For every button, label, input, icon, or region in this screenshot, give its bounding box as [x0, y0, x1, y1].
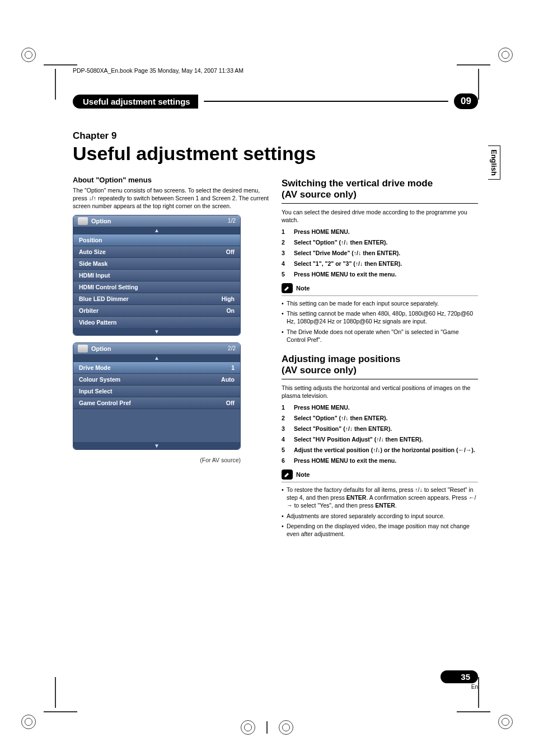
step-text: Adjust the vertical position (↑/↓) or th… [294, 447, 475, 453]
osd2-title: Option [91, 345, 111, 352]
step-number: 4 [282, 436, 288, 443]
osd-row-label: HDMI Input [79, 272, 110, 279]
step-number: 5 [282, 447, 288, 453]
step-item: 2Select "Option" (↑/↓ then ENTER). [282, 239, 478, 246]
step-text: Press HOME MENU to exit the menu. [294, 271, 396, 278]
osd-row-label: Drive Mode [79, 364, 111, 371]
step-number: 2 [282, 415, 288, 421]
step-text: Select "Option" (↑/↓ then ENTER). [294, 239, 387, 246]
section-a-steps: 1Press HOME MENU.2Select "Option" (↑/↓ t… [282, 228, 478, 278]
step-item: 5Press HOME MENU to exit the menu. [282, 271, 478, 278]
osd-row: HDMI Control Setting [73, 281, 240, 293]
osd-row-label: Colour System [79, 376, 120, 383]
left-column: About "Option" menus The "Option" menu c… [73, 176, 269, 540]
crop-mark-bottom-center [241, 720, 293, 735]
about-body: The "Option" menu consists of two screen… [73, 186, 269, 210]
note-heading: Note [282, 283, 478, 293]
section-b-notes: To restore the factory defaults for all … [282, 486, 478, 538]
osd-row-label: Game Control Pref [79, 400, 131, 406]
osd-row-label: Video Pattern [79, 319, 117, 326]
page-number: 35 [441, 670, 478, 683]
osd-scroll-down-icon: ▼ [73, 328, 240, 335]
section-a-intro: You can select the desired drive mode ac… [282, 208, 478, 224]
osd-row-label: Input Select [79, 388, 113, 395]
wrench-icon [78, 217, 88, 225]
step-item: 3Select "Position" (↑/↓ then ENTER). [282, 425, 478, 432]
osd-row-label: Side Mask [79, 260, 107, 267]
section-b-intro: This setting adjusts the horizontal and … [282, 384, 478, 400]
osd-row: Side Mask [73, 257, 240, 269]
step-number: 5 [282, 271, 288, 278]
header-rule [204, 101, 448, 102]
about-heading: About "Option" menus [73, 176, 269, 184]
step-number: 1 [282, 228, 288, 235]
step-item: 1Press HOME MENU. [282, 228, 478, 235]
osd-caption: (For AV source) [73, 457, 241, 463]
page-footer: 35 En [441, 670, 478, 690]
note-item: Depending on the displayed video, the im… [282, 522, 478, 538]
note-item: This setting cannot be made when 480i, 4… [282, 309, 478, 325]
note-item: To restore the factory defaults for all … [282, 486, 478, 510]
crop-mark-tr [479, 42, 513, 76]
right-column: Switching the vertical drive mode(AV sou… [282, 176, 478, 540]
step-item: 6Press HOME MENU to exit the menu. [282, 457, 478, 464]
osd-scroll-up-icon: ▲ [73, 227, 240, 234]
book-metadata-line: PDP-5080XA_En.book Page 35 Monday, May 1… [73, 67, 478, 74]
crop-mark-tl [21, 42, 55, 76]
osd-row: HDMI Input [73, 269, 240, 281]
step-item: 4Select "H/V Position Adjust" (↑/↓ then … [282, 436, 478, 443]
step-item: 2Select "Option" (↑/↓ then ENTER). [282, 415, 478, 421]
osd-row-value: Off [226, 400, 235, 406]
note-item: Adjustments are stored separately accord… [282, 512, 478, 520]
page-title: Useful adjustment settings [73, 143, 478, 165]
osd-row: Auto SizeOff [73, 246, 240, 257]
section-b-steps: 1Press HOME MENU.2Select "Option" (↑/↓ t… [282, 404, 478, 464]
step-number: 4 [282, 260, 288, 267]
step-text: Press HOME MENU. [294, 228, 350, 235]
crop-mark-br [479, 701, 513, 735]
note-item: This setting can be made for each input … [282, 299, 478, 307]
osd-row-label: Orbiter [79, 307, 99, 314]
step-text: Select "H/V Position Adjust" (↑/↓ then E… [294, 436, 423, 443]
osd-row: Drive Mode1 [73, 361, 240, 373]
osd-row-label: Blue LED Dimmer [79, 295, 129, 302]
header-title: Useful adjustment settings [73, 95, 198, 109]
note-heading: Note [282, 469, 478, 480]
osd-row: Blue LED DimmerHigh [73, 293, 240, 304]
step-number: 3 [282, 425, 288, 432]
pencil-icon [282, 283, 293, 293]
step-number: 3 [282, 250, 288, 256]
section-b-title: Adjusting image positions(AV source only… [282, 354, 478, 379]
osd-menu-screen2: Option 2/2 ▲ Drive Mode1Colour SystemAut… [73, 342, 241, 450]
osd-row-value: Off [226, 248, 235, 255]
osd-row-label: Auto Size [79, 248, 106, 255]
step-text: Select "Position" (↑/↓ then ENTER). [294, 425, 392, 432]
osd-row-label: HDMI Control Setting [79, 284, 138, 290]
osd1-page-indicator: 1/2 [228, 218, 236, 224]
step-text: Press HOME MENU to exit the menu. [294, 457, 396, 464]
osd-row: Input Select [73, 385, 240, 397]
chapter-number-badge: 09 [454, 93, 478, 109]
step-number: 1 [282, 404, 288, 411]
step-item: 3Select "Drive Mode" (↑/↓ then ENTER). [282, 250, 478, 256]
page-content: PDP-5080XA_En.book Page 35 Monday, May 1… [73, 67, 478, 689]
step-number: 2 [282, 239, 288, 246]
step-item: 5Adjust the vertical position (↑/↓) or t… [282, 447, 478, 453]
language-tab: English [488, 145, 500, 180]
section-header: Useful adjustment settings 09 [73, 93, 478, 109]
chapter-label: Chapter 9 [73, 130, 478, 142]
step-text: Select "1", "2" or "3" (↑/↓ then ENTER). [294, 260, 402, 267]
step-number: 6 [282, 457, 288, 464]
step-text: Select "Option" (↑/↓ then ENTER). [294, 415, 387, 421]
pencil-icon [282, 469, 293, 480]
osd-row: Position [73, 234, 240, 246]
osd-row: Game Control PrefOff [73, 397, 240, 408]
wrench-icon [78, 345, 88, 353]
osd-row-value: On [226, 307, 235, 314]
osd-menu-screen1: Option 1/2 ▲ PositionAuto SizeOffSide Ma… [73, 215, 241, 336]
crop-mark-bl [21, 701, 55, 735]
step-item: 4Select "1", "2" or "3" (↑/↓ then ENTER)… [282, 260, 478, 267]
osd-scroll-down-icon: ▼ [73, 442, 240, 449]
step-item: 1Press HOME MENU. [282, 404, 478, 411]
step-text: Select "Drive Mode" (↑/↓ then ENTER). [294, 250, 400, 256]
